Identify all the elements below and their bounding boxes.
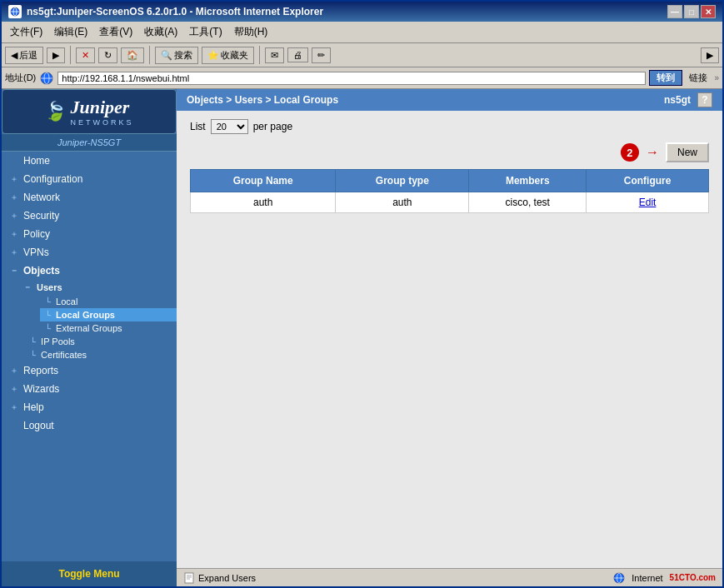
sidebar-item-home[interactable]: Home bbox=[2, 152, 177, 170]
address-bar: 地址(D) 转到 链接 » bbox=[2, 67, 722, 89]
favorites-button[interactable]: ⭐ 收藏夹 bbox=[202, 47, 254, 64]
sidebar-item-configuration[interactable]: ＋ Configuration bbox=[2, 170, 177, 188]
search-button[interactable]: 🔍 搜索 bbox=[155, 47, 198, 64]
tree-line-icon: └ bbox=[45, 324, 51, 333]
list-controls: List 10 20 50 100 per page bbox=[190, 119, 709, 134]
links-button[interactable]: 链接 bbox=[686, 71, 711, 85]
print-button[interactable]: 🖨 bbox=[287, 47, 308, 62]
toggle-menu-button[interactable]: Toggle Menu bbox=[58, 568, 119, 580]
stop-icon: ✕ bbox=[82, 50, 89, 61]
stop-button[interactable]: ✕ bbox=[76, 47, 95, 63]
menu-help[interactable]: 帮助(H) bbox=[229, 23, 273, 41]
sidebar-item-certificates[interactable]: └ Certificates bbox=[23, 348, 177, 361]
sidebar-item-ip-pools[interactable]: └ IP Pools bbox=[23, 335, 177, 348]
sidebar-item-label: Network bbox=[23, 192, 60, 203]
go-button[interactable]: 转到 bbox=[649, 70, 682, 86]
expand-icon: ＋ bbox=[10, 173, 18, 185]
sidebar-logo: 🍃 Juniper NETWORKS bbox=[2, 89, 177, 134]
expand-icon: ＋ bbox=[10, 365, 18, 376]
watermark: 51CTO.com bbox=[670, 573, 716, 582]
home-button[interactable]: 🏠 bbox=[121, 47, 144, 63]
tree-line-icon: └ bbox=[30, 351, 36, 360]
sidebar-item-logout[interactable]: Logout bbox=[2, 416, 177, 435]
tree-line-icon: └ bbox=[30, 337, 36, 346]
sidebar-item-vpns[interactable]: ＋ VPNs bbox=[2, 243, 177, 262]
close-button[interactable]: ✕ bbox=[701, 5, 716, 18]
sidebar: 🍃 Juniper NETWORKS Juniper-NS5GT Home ＋ … bbox=[2, 89, 177, 586]
sidebar-item-label: Configuration bbox=[23, 173, 82, 185]
sidebar-item-local-groups[interactable]: └ Local Groups bbox=[40, 308, 177, 321]
ie-icon bbox=[8, 5, 22, 18]
sidebar-item-label: Reports bbox=[23, 365, 58, 376]
maximize-button[interactable]: □ bbox=[684, 5, 699, 18]
tree-line-icon: └ bbox=[45, 297, 51, 306]
brand-subtitle: NETWORKS bbox=[70, 118, 133, 127]
sidebar-item-label: Users bbox=[37, 282, 62, 292]
sidebar-item-label: Wizards bbox=[23, 383, 59, 395]
brand-name: Juniper bbox=[70, 97, 133, 118]
forward-button[interactable]: ▶ bbox=[47, 47, 65, 63]
print-icon: 🖨 bbox=[293, 50, 302, 60]
svg-rect-6 bbox=[185, 573, 193, 583]
menu-bar: 文件(F) 编辑(E) 查看(V) 收藏(A) 工具(T) 帮助(H) bbox=[2, 22, 722, 43]
sidebar-item-label: External Groups bbox=[56, 323, 122, 333]
sidebar-item-label: Help bbox=[23, 401, 44, 413]
browser-window: ns5gt:Juniper-ScreenOS 6.2.0r1.0 - Micro… bbox=[0, 0, 724, 588]
sidebar-item-external-groups[interactable]: └ External Groups bbox=[40, 321, 177, 335]
col-header-members: Members bbox=[469, 170, 587, 192]
sidebar-item-security[interactable]: ＋ Security bbox=[2, 207, 177, 225]
groups-table: Group Name Group type Members Configure … bbox=[190, 169, 709, 213]
help-button[interactable]: ? bbox=[697, 92, 712, 107]
refresh-button[interactable]: ↻ bbox=[98, 47, 117, 63]
nav-sub2-users: └ Local └ Local Groups └ External Groups bbox=[17, 295, 177, 335]
media-icon: ▶ bbox=[707, 50, 713, 61]
sidebar-item-local[interactable]: └ Local bbox=[40, 295, 177, 308]
header-right: ns5gt ? bbox=[664, 92, 712, 107]
ie-status-bar: Expand Users Internet 51CTO.com bbox=[177, 568, 722, 586]
menu-favorites[interactable]: 收藏(A) bbox=[139, 23, 182, 41]
expand-icon: ＋ bbox=[10, 401, 18, 413]
new-button-row: 2 → New bbox=[190, 142, 709, 162]
sidebar-item-policy[interactable]: ＋ Policy bbox=[2, 225, 177, 243]
edit-button[interactable]: ✏ bbox=[312, 47, 331, 63]
table-container: 1 → Group Name Group type Members Config… bbox=[190, 169, 709, 213]
menu-tools[interactable]: 工具(T) bbox=[184, 23, 227, 41]
back-button[interactable]: ◀ 后退 bbox=[5, 47, 43, 64]
per-page-select[interactable]: 10 20 50 100 bbox=[211, 119, 248, 134]
home-icon: 🏠 bbox=[127, 50, 138, 61]
mail-button[interactable]: ✉ bbox=[265, 47, 284, 63]
sidebar-item-wizards[interactable]: ＋ Wizards bbox=[2, 380, 177, 398]
list-label-before: List bbox=[190, 121, 206, 132]
col-header-group-type: Group type bbox=[336, 170, 469, 192]
minimize-button[interactable]: — bbox=[667, 5, 682, 18]
window-controls: — □ ✕ bbox=[667, 5, 716, 18]
window-title: ns5gt:Juniper-ScreenOS 6.2.0r1.0 - Micro… bbox=[27, 6, 323, 17]
sidebar-item-objects[interactable]: － Objects bbox=[2, 262, 177, 280]
sidebar-item-network[interactable]: ＋ Network bbox=[2, 188, 177, 207]
menu-file[interactable]: 文件(F) bbox=[5, 23, 47, 41]
search-icon: 🔍 bbox=[161, 50, 172, 61]
list-label-after: per page bbox=[253, 121, 292, 132]
title-bar-left: ns5gt:Juniper-ScreenOS 6.2.0r1.0 - Micro… bbox=[8, 5, 323, 18]
device-name: Juniper-NS5GT bbox=[2, 134, 177, 152]
menu-edit[interactable]: 编辑(E) bbox=[49, 23, 92, 41]
toolbar: ◀ 后退 ▶ ✕ ↻ 🏠 🔍 搜索 ⭐ 收藏夹 ✉ 🖨 ✏ ▶ bbox=[2, 43, 722, 67]
new-button[interactable]: New bbox=[666, 142, 709, 162]
globe-small-icon bbox=[39, 71, 54, 86]
col-header-group-name: Group Name bbox=[191, 170, 336, 192]
status-right: Internet 51CTO.com bbox=[613, 572, 716, 584]
sidebar-item-help[interactable]: ＋ Help bbox=[2, 398, 177, 416]
toolbar-separator-1 bbox=[70, 46, 71, 64]
internet-label: Internet bbox=[632, 573, 662, 583]
cell-group-type: auth bbox=[336, 192, 469, 213]
menu-view[interactable]: 查看(V) bbox=[94, 23, 137, 41]
sidebar-item-reports[interactable]: ＋ Reports bbox=[2, 361, 177, 380]
toolbar-separator-2 bbox=[149, 46, 150, 64]
sidebar-item-users[interactable]: － Users bbox=[17, 280, 177, 295]
cell-members: cisco, test bbox=[469, 192, 587, 213]
edit-link[interactable]: Edit bbox=[639, 197, 657, 208]
media-button[interactable]: ▶ bbox=[701, 47, 719, 63]
address-input[interactable] bbox=[57, 72, 646, 85]
edit-icon: ✏ bbox=[317, 50, 325, 61]
callout-2-badge: 2 bbox=[621, 143, 639, 162]
